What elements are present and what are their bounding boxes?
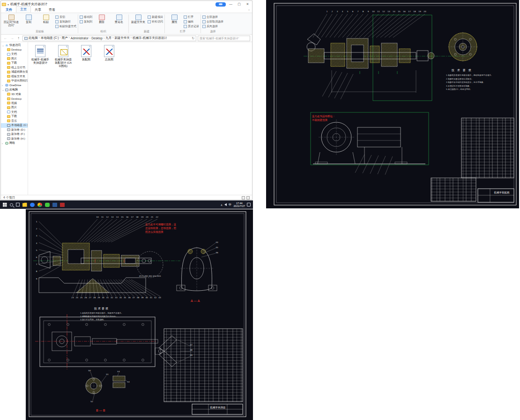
- task-view-icon[interactable]: [16, 203, 20, 206]
- ime-indicator[interactable]: 中: [229, 203, 232, 207]
- invert-selection-button[interactable]: 反向选择: [202, 24, 223, 29]
- tray-chevron-icon[interactable]: ∧: [221, 203, 223, 206]
- sidebar-item-pictures[interactable]: 图片: [1, 57, 28, 61]
- sidebar-item-music[interactable]: 音乐: [1, 119, 28, 124]
- cloud-badge[interactable]: [215, 2, 226, 7]
- sidebar-item-3d-objects[interactable]: 3D 对象: [1, 92, 28, 97]
- cad2-section-a-label: A—A: [191, 299, 201, 303]
- file-item[interactable]: 机械手-机械手夹持器设计: [31, 45, 50, 65]
- svg-text:11: 11: [377, 10, 380, 13]
- taskbar-edge-icon[interactable]: [30, 203, 35, 207]
- search-input[interactable]: [198, 36, 250, 41]
- delete-icon: [99, 15, 105, 20]
- taskbar-word-icon[interactable]: [52, 203, 57, 207]
- breadcrumb-segment[interactable]: 此电脑: [29, 36, 41, 40]
- easy-access-button[interactable]: 轻松访问: [148, 20, 163, 24]
- select-none-button[interactable]: 全部取消选择: [202, 20, 223, 24]
- svg-text:15: 15: [121, 216, 124, 218]
- edit-button[interactable]: 编辑: [184, 20, 199, 24]
- forward-button[interactable]: →: [9, 36, 15, 40]
- new-folder-button[interactable]: 新建文件夹: [130, 15, 146, 24]
- history-button[interactable]: 历史记录: [184, 24, 199, 29]
- taskbar-clock[interactable]: 17:44 2021/7/27: [234, 202, 245, 208]
- close-button[interactable]: ✕: [244, 1, 251, 7]
- pin-quick-access-button[interactable]: 固定到"快速访问": [3, 15, 19, 27]
- minimize-button[interactable]: —: [227, 1, 234, 7]
- breadcrumb-segment[interactable]: 新建文件夹: [114, 36, 133, 40]
- properties-button[interactable]: 属性: [166, 15, 182, 24]
- delete-button[interactable]: 删除: [94, 15, 110, 24]
- volume-icon[interactable]: [224, 203, 227, 206]
- refresh-icon[interactable]: ↻: [192, 37, 194, 40]
- details-view-icon[interactable]: [242, 196, 245, 199]
- taskbar-cad-icon[interactable]: [60, 203, 65, 207]
- cad-file-icon: [58, 45, 68, 57]
- maximize-button[interactable]: ▢: [236, 1, 243, 7]
- taskbar-explorer-icon[interactable]: [22, 203, 27, 207]
- breadcrumb[interactable]: 此电脑 本地磁盘 (C:) 用户 Administrator Desktop 九…: [22, 36, 196, 41]
- quick-access-toolbar[interactable]: ▾: [7, 3, 9, 6]
- cut-button[interactable]: 剪切: [55, 15, 76, 19]
- svg-text:2: 2: [332, 10, 333, 13]
- open-button[interactable]: 打开: [184, 15, 199, 19]
- up-button[interactable]: ↑: [16, 36, 21, 40]
- taskbar-chrome-icon[interactable]: [37, 203, 42, 207]
- copy-button[interactable]: 复制: [21, 15, 37, 24]
- search-icon[interactable]: [10, 203, 13, 206]
- sidebar-item-downloads-pc[interactable]: 下载: [1, 114, 28, 119]
- sidebar-item-folder[interactable]: 城建精舞台资料之: [1, 70, 28, 74]
- sidebar-section-this-pc[interactable]: ⌄此电脑: [1, 88, 28, 92]
- ribbon: 固定到"快速访问" 复制 粘贴 剪切 复制路径 粘贴快捷方式 剪贴板: [1, 13, 252, 35]
- sidebar-item-downloads[interactable]: 下载: [1, 61, 28, 66]
- paste-button[interactable]: 粘贴: [38, 15, 54, 24]
- sidebar-item-local-disk-c[interactable]: 本地磁盘 (C:): [1, 123, 28, 128]
- file-item[interactable]: 机械手夹持器装配设计 (CAD图纸): [54, 45, 73, 68]
- svg-text:9: 9: [368, 10, 369, 13]
- collapse-ribbon-icon[interactable]: ⌃: [248, 9, 250, 12]
- explorer-app-icon: [2, 3, 6, 6]
- breadcrumb-segment-current[interactable]: 机械手-机械手夹持器设计: [133, 36, 167, 40]
- svg-text:44: 44: [215, 241, 218, 243]
- sidebar-item-videos[interactable]: 视频: [1, 101, 28, 106]
- sidebar-item-onedrive[interactable]: ›OneDrive: [1, 83, 28, 88]
- file-item[interactable]: 总装图: [100, 45, 119, 61]
- breadcrumb-segment[interactable]: 本地磁盘 (C:): [41, 36, 62, 40]
- tab-share[interactable]: 共享: [31, 7, 45, 13]
- start-button[interactable]: [3, 203, 5, 205]
- new-item-button[interactable]: 新建项目: [148, 15, 163, 19]
- sidebar-item-volume-f[interactable]: 新加卷 (F:): [1, 132, 28, 137]
- sidebar-item-folder[interactable]: 模板文件夹: [1, 74, 28, 79]
- copy-to-icon: [80, 20, 83, 23]
- sidebar-item-folder[interactable]: 线上交付书: [1, 66, 28, 70]
- sidebar-section-quick-access[interactable]: ⌄快速访问: [1, 43, 28, 48]
- copy-to-button[interactable]: 复制到: [80, 20, 92, 24]
- breadcrumb-segment[interactable]: 用户: [61, 36, 70, 40]
- paste-shortcut-button[interactable]: 粘贴快捷方式: [55, 24, 76, 29]
- rename-button[interactable]: 重命名: [111, 15, 127, 24]
- tab-home[interactable]: 主页: [16, 6, 31, 13]
- back-button[interactable]: ←: [3, 36, 8, 40]
- file-item[interactable]: 装配图: [77, 45, 96, 61]
- sidebar-item-desktop[interactable]: Desktop: [1, 48, 28, 52]
- thumbnail-view-icon[interactable]: [246, 196, 250, 199]
- notification-center-icon[interactable]: [247, 203, 251, 206]
- sidebar-item-desktop-pc[interactable]: Desktop: [1, 96, 28, 101]
- breadcrumb-segment[interactable]: Desktop: [91, 37, 105, 40]
- sidebar-item-volume-h[interactable]: 新加卷 (H:): [1, 137, 28, 141]
- breadcrumb-segment[interactable]: 九月: [105, 36, 114, 40]
- move-to-button[interactable]: 移动到: [80, 15, 92, 19]
- copy-path-button[interactable]: 复制路径: [55, 20, 76, 24]
- sidebar-item-pictures-pc[interactable]: 图片: [1, 105, 28, 110]
- tab-file[interactable]: 文件: [2, 7, 16, 13]
- svg-text:12: 12: [106, 216, 109, 218]
- sidebar-item-documents[interactable]: 文档: [1, 52, 28, 57]
- select-all-button[interactable]: 全部选择: [202, 15, 223, 19]
- taskbar: ∧ 中 17:44 2021/7/27: [0, 200, 253, 209]
- sidebar-item-volume-d[interactable]: 新加卷 (D:): [1, 128, 28, 133]
- taskbar-wechat-icon[interactable]: [45, 203, 50, 207]
- tab-view[interactable]: 查看: [45, 7, 59, 13]
- sidebar-item-network[interactable]: ›网络: [1, 141, 28, 146]
- sidebar-item-documents-pc[interactable]: 文档: [1, 110, 28, 115]
- breadcrumb-segment[interactable]: Administrator: [71, 37, 91, 40]
- sidebar-item-folder[interactable]: 毕设出图纸打包: [1, 79, 28, 83]
